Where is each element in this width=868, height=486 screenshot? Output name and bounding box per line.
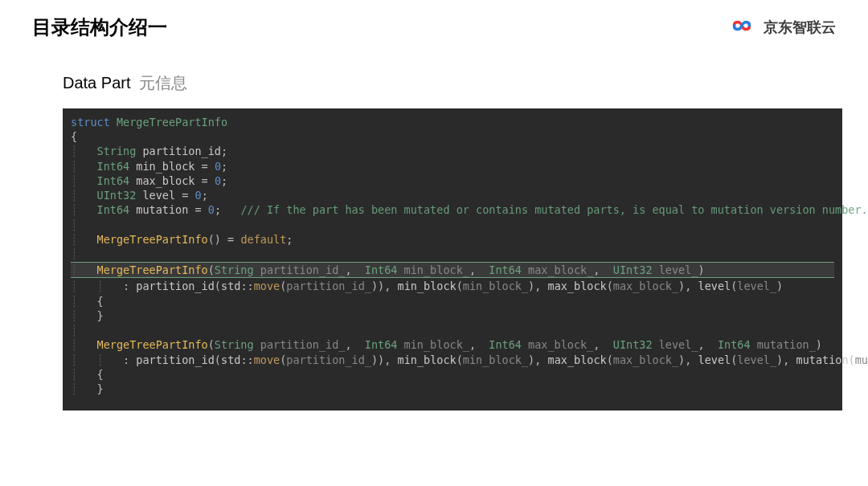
brand-logo-icon — [727, 16, 757, 39]
subtitle: Data Part 元信息 — [0, 48, 868, 108]
header: 目录结构介绍一 京东智联云 — [0, 0, 868, 48]
page-title: 目录结构介绍一 — [32, 14, 167, 40]
code-block: struct MergeTreePartInfo { ┊ String part… — [63, 108, 842, 410]
subtitle-main: Data Part — [63, 74, 130, 92]
brand-text: 京东智联云 — [764, 18, 836, 37]
highlighted-line: ┊ MergeTreePartInfo(String partition_id_… — [71, 262, 834, 278]
subtitle-sub: 元信息 — [139, 74, 187, 92]
brand: 京东智联云 — [727, 16, 836, 39]
